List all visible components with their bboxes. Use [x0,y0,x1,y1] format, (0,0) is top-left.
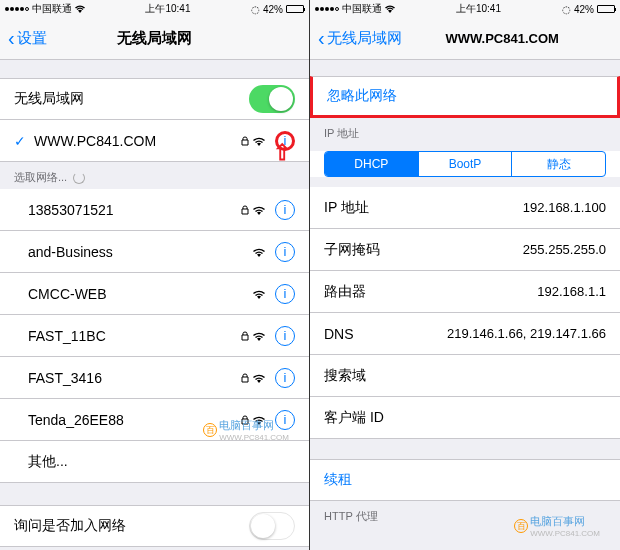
battery-icon [597,5,615,13]
chevron-left-icon: ‹ [318,27,325,50]
wifi-icon [75,4,85,15]
network-row[interactable]: CMCC-WEB i [0,273,309,315]
network-name: WWW.PC841.COM [34,133,241,149]
back-label: 设置 [17,29,47,48]
client-id-row[interactable]: 客户端 ID [310,397,620,439]
wifi-icon [385,4,395,15]
wifi-icon [253,133,265,149]
lock-icon [241,328,249,344]
forget-network-row[interactable]: 忽略此网络 [310,76,620,118]
wlan-toggle[interactable] [249,85,295,113]
info-button[interactable]: i [275,326,295,346]
loading-icon: ◌ [562,4,571,15]
nav-bar: ‹ 设置 无线局域网 [0,18,309,60]
battery-pct: 42% [263,4,283,15]
wifi-icon [253,328,265,344]
lock-icon [241,202,249,218]
search-domain-row[interactable]: 搜索域 [310,355,620,397]
info-button[interactable]: i [275,368,295,388]
ask-join-row: 询问是否加入网络 [0,505,309,547]
tab-bootp[interactable]: BootP [419,152,513,176]
subnet-row: 子网掩码 255.255.255.0 [310,229,620,271]
carrier-label: 中国联通 [32,2,72,16]
connected-network-row[interactable]: ✓ WWW.PC841.COM i [0,120,309,162]
wlan-toggle-row: 无线局域网 [0,78,309,120]
forget-network-label: 忽略此网络 [327,87,603,105]
ip-section-header: IP 地址 [310,118,620,145]
carrier-label: 中国联通 [342,2,382,16]
battery-icon [286,5,304,13]
info-button[interactable]: i [275,200,295,220]
wifi-icon [253,370,265,386]
tab-static[interactable]: 静态 [512,152,605,176]
dns-row[interactable]: DNS 219.146.1.66, 219.147.1.66 [310,313,620,355]
tab-dhcp[interactable]: DHCP [325,152,419,176]
network-row[interactable]: FAST_11BC i [0,315,309,357]
other-network-row[interactable]: 其他... [0,441,309,483]
checkmark-icon: ✓ [14,133,26,149]
back-label: 无线局域网 [327,29,402,48]
ip-row: IP 地址 192.168.1.100 [310,187,620,229]
info-button[interactable]: i [275,284,295,304]
spinner-icon [73,172,85,184]
back-button[interactable]: ‹ 无线局域网 [318,27,402,50]
nav-bar: ‹ 无线局域网 WWW.PC841.COM [310,18,620,60]
wifi-icon [253,286,265,302]
lock-icon [241,370,249,386]
status-bar: 中国联通 上午10:41 ◌ 42% [310,0,620,18]
battery-pct: 42% [574,4,594,15]
page-title: WWW.PC841.COM [445,31,558,46]
wifi-icon [253,244,265,260]
loading-icon: ◌ [251,4,260,15]
chevron-left-icon: ‹ [8,27,15,50]
lock-icon [241,133,249,149]
back-button[interactable]: ‹ 设置 [8,27,47,50]
router-row: 路由器 192.168.1.1 [310,271,620,313]
renew-lease-row[interactable]: 续租 [310,459,620,501]
info-button[interactable]: i [275,242,295,262]
annotation-arrow: ⇧ [273,140,291,166]
network-row[interactable]: FAST_3416 i [0,357,309,399]
wifi-icon [253,202,265,218]
time-label: 上午10:41 [145,2,190,16]
watermark: 百 电脑百事网WWW.PC841.COM [514,514,600,538]
watermark: 百 电脑百事网WWW.PC841.COM [203,418,289,442]
choose-network-header: 选取网络... [0,162,309,189]
status-bar: 中国联通 上午10:41 ◌ 42% [0,0,309,18]
time-label: 上午10:41 [456,2,501,16]
ask-join-toggle[interactable] [249,512,295,540]
wlan-label: 无线局域网 [14,90,249,108]
network-row[interactable]: and-Business i [0,231,309,273]
ip-mode-tabs: DHCP BootP 静态 [324,151,606,177]
network-row[interactable]: 13853071521 i [0,189,309,231]
page-title: 无线局域网 [117,29,192,48]
